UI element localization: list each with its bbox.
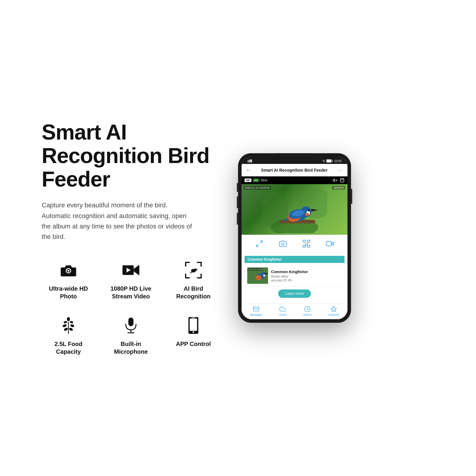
svg-point-22 [192,331,194,333]
recognition-card: 2022-11-12 10:05:09 [245,265,345,286]
svg-point-14 [70,324,75,328]
status-right: % 10:00 [322,159,342,163]
svg-point-44 [305,213,309,216]
nav-cloud[interactable]: Cloud [279,306,286,316]
feature-ai-label: AI Bird Recognition [167,285,220,300]
nav-features[interactable]: Features [328,306,339,316]
svg-point-15 [70,321,73,324]
mute-button [237,183,238,192]
feature-camera-label: Ultra-wide HD Photo [42,285,95,300]
svg-marker-31 [333,179,335,181]
nav-messages-label: Messages [250,313,262,316]
feature-ai: AI Bird Recognition [167,260,220,300]
feature-food-label: 2.5L Food Capacity [42,340,95,356]
app-title: Smart AI Recognition Bird Feeder [253,168,335,173]
svg-marker-61 [331,242,333,245]
svg-point-67 [263,274,265,277]
svg-point-46 [308,209,310,212]
svg-point-7 [194,268,197,271]
app-header: ← Smart AI Recognition Bird Feeder ··· [242,164,347,176]
svg-point-11 [62,324,67,328]
video-section: HD 95% [242,176,347,235]
bird-name: Common Kingfisher [271,270,342,274]
video-camera-icon [120,260,141,281]
expand-icon[interactable] [254,238,265,249]
svg-point-8 [196,269,197,270]
svg-rect-24 [248,160,248,162]
control-icons-row [242,235,347,253]
video-top-bar: HD 95% [242,176,347,184]
svg-point-66 [261,272,266,277]
svg-rect-56 [303,240,306,242]
feature-mic-label: Built-in Microphone [104,340,158,356]
svg-point-65 [256,275,262,280]
svg-point-12 [63,321,67,324]
svg-point-13 [68,327,73,331]
back-button[interactable]: ← [246,167,251,173]
wheat-icon [58,315,79,336]
speed-badge: 160KB/S [332,186,345,190]
feature-app: APP Control [167,315,220,356]
power-button [351,189,352,204]
svg-point-2 [68,270,69,272]
camera-icon [58,260,79,281]
svg-rect-17 [128,318,133,326]
svg-rect-57 [307,240,310,242]
feature-app-label: APP Control [176,340,211,348]
right-panel: % 10:00 ← Smart AI Recognition Bird Feed… [238,153,363,323]
svg-rect-25 [249,160,250,162]
svg-rect-62 [326,241,331,246]
nav-history-label: History [303,313,311,316]
nav-history[interactable]: History [303,306,311,316]
video-ctrl-icon[interactable] [325,238,335,249]
recognition-info: Common Kingfisher Alcedo atthis accuracy… [271,270,342,282]
smartphone-icon [183,315,204,336]
feature-food: 2.5L Food Capacity [42,315,95,356]
volume-up-button [237,196,238,208]
left-panel: Smart AI Recognition Bird Feeder Capture… [42,120,220,356]
scientific-name: Alcedo atthis [271,275,342,278]
thumb-timestamp: 2022-11-12 10:05:09 [248,268,263,270]
bottom-nav: Messages Cloud History Features [242,303,347,319]
svg-rect-30 [332,160,333,162]
nav-features-label: Features [328,313,339,316]
battery-indicator: 95% [253,178,267,182]
feature-mic: Built-in Microphone [104,315,158,356]
battery-percent: 95% [261,178,267,182]
svg-point-69 [264,273,265,274]
feature-video: 1080P HD Live Stream Video [104,260,158,300]
nav-cloud-label: Cloud [279,313,286,316]
svg-rect-26 [250,159,251,162]
ai-bird-ctrl-icon[interactable] [301,238,312,249]
svg-rect-21 [190,319,197,331]
learn-more-button[interactable]: Learn more [278,289,311,298]
svg-rect-34 [340,178,344,182]
page-description: Capture every beautiful moment of the bi… [42,200,196,242]
status-left [248,159,252,162]
page-title: Smart AI Recognition Bird Feeder [42,120,220,191]
camera-ctrl-icon[interactable] [278,238,288,249]
nav-messages[interactable]: Messages [250,306,262,316]
menu-button[interactable]: ··· [338,167,343,173]
svg-rect-59 [307,245,310,247]
accuracy: accuracy 87.4% [271,279,342,282]
phone-screen: % 10:00 ← Smart AI Recognition Bird Feed… [242,157,347,319]
features-grid: Ultra-wide HD Photo 1080P HD Live Stream… [42,260,220,356]
svg-line-54 [256,244,259,247]
svg-rect-29 [327,160,331,162]
page-container: Smart AI Recognition Bird Feeder Capture… [30,109,446,367]
svg-point-47 [309,210,309,210]
video-timestamp: 2022-11-12 10:05:06 [244,186,271,190]
volume-down-button [237,213,238,225]
species-header: Common Kingfisher [245,256,345,263]
recognition-section: Common Kingfisher 2022-11-12 10:05:09 [242,253,347,303]
feature-camera: Ultra-wide HD Photo [42,260,95,300]
bird-image: 2022-11-12 10:05:06 160KB/S [242,184,347,235]
phone-mockup: % 10:00 ← Smart AI Recognition Bird Feed… [238,153,351,323]
hd-badge: HD [245,178,251,182]
bird-thumbnail: 2022-11-12 10:05:09 [247,267,268,284]
svg-point-16 [67,317,70,321]
phone-notch [277,153,312,160]
svg-line-53 [260,241,262,243]
feature-video-label: 1080P HD Live Stream Video [104,285,158,300]
